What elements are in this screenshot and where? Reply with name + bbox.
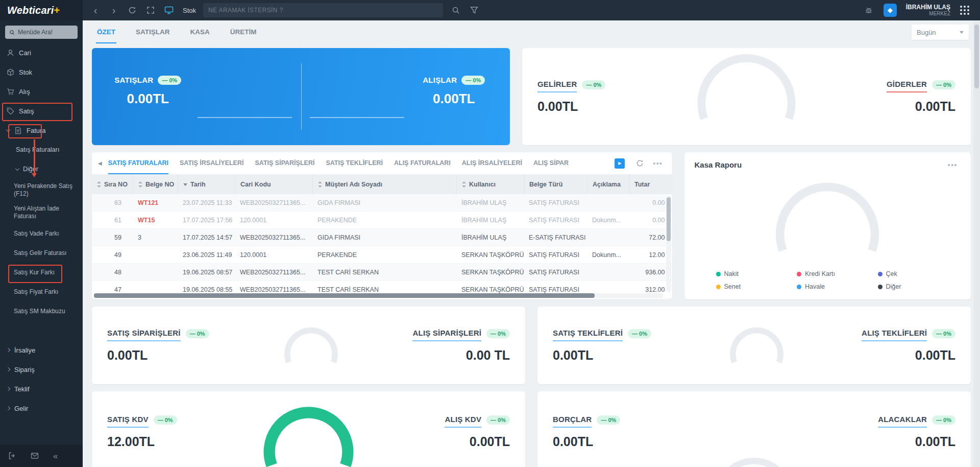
scrollbar-thumb[interactable] (974, 25, 979, 88)
chevron-right-icon (6, 387, 10, 391)
column-header-aciklama[interactable]: Açıklama (587, 175, 629, 194)
sidebar-item-label: İrsaliye (14, 346, 35, 354)
app-logo[interactable]: Webticari + (0, 0, 83, 20)
sidebar-item-stok[interactable]: Stok (0, 62, 83, 82)
monitor-button[interactable] (163, 5, 175, 16)
trend-flat-icon: — (601, 417, 606, 423)
grid-more-menu[interactable]: ••• (650, 159, 666, 168)
grid-tab-satis-siparisleri[interactable]: SATIŞ SİPARİŞLERİ (255, 152, 314, 174)
table-row[interactable]: 49 23.06.2025 11:49 120.0001 PERAKENDE S… (92, 246, 672, 264)
nav-forward-button[interactable]: › (108, 5, 119, 16)
sidebar-item-gelir[interactable]: Gelir (0, 399, 83, 418)
sidebar-search-input[interactable] (18, 29, 74, 36)
sidebar-item-fatura[interactable]: Fatura (0, 121, 83, 140)
refresh-button[interactable] (127, 5, 138, 16)
page-scrollbar[interactable] (973, 21, 980, 467)
apps-grid-button[interactable] (960, 5, 970, 15)
satis-kdv-metric: SATIŞ KDV —0% 12.00TL (107, 391, 184, 467)
metric-title: GİDERLER (887, 80, 927, 92)
legend-dot (797, 272, 801, 276)
logo-text: Webticari (7, 5, 54, 16)
borclar-metric: BORÇLAR —0% 0.00TL (553, 391, 629, 467)
sidebar-item-irsaliye[interactable]: İrsaliye (0, 340, 83, 360)
trend-flat-icon: — (158, 417, 163, 423)
sidebar-item-satis-kur-farki[interactable]: Satış Kur Farkı (0, 263, 83, 282)
sidebar-search[interactable] (5, 26, 78, 39)
date-range-select[interactable]: Bugün (912, 25, 969, 40)
global-search-input[interactable] (208, 7, 438, 14)
table-row[interactable]: 48 19.06.2025 08:57 WEB2025032711365... … (92, 264, 672, 281)
debug-button[interactable] (863, 5, 874, 16)
sidebar-item-satis[interactable]: Satış (0, 101, 83, 121)
metric-title: SATIŞLAR (114, 76, 153, 84)
column-header-musteri[interactable]: Müşteri Adı Soyadı (312, 175, 456, 194)
column-header-belge-no[interactable]: Belge NO (133, 175, 178, 194)
logout-icon[interactable] (8, 452, 16, 460)
app-switch-button[interactable]: ◆ (884, 4, 897, 17)
metric-value: 0.00TL (537, 99, 614, 114)
scrollbar-thumb[interactable] (94, 293, 595, 298)
column-header-tarih[interactable]: Tarih (178, 175, 235, 194)
column-header-belge-turu[interactable]: Belge Türü (524, 175, 587, 194)
sidebar-item-diger[interactable]: Diğer (0, 159, 83, 179)
sidebar-item-yeni-alistan-iade[interactable]: Yeni Alıştan İade Faturası (0, 201, 83, 224)
sidebar-item-yurt-disi-satis[interactable] (0, 321, 83, 340)
filter-button[interactable] (469, 5, 480, 16)
topbar-left: ‹ › Stok (90, 3, 480, 17)
kasa-more-menu[interactable]: ••• (945, 161, 961, 169)
tabs-scroll-left-button[interactable]: ◀ (98, 160, 102, 166)
column-header-tutar[interactable]: Tutar (629, 175, 672, 194)
sidebar-item-satis-sm-makbuzu[interactable]: Satış SM Makbuzu (0, 301, 83, 321)
alis-teklifleri-metric: ALIŞ TEKLİFLERİ —0% 0.00TL (862, 307, 955, 384)
global-search[interactable] (203, 3, 443, 17)
tab-kasa[interactable]: KASA (189, 21, 211, 43)
nav-back-button[interactable]: ‹ (90, 5, 101, 16)
card-borclar-alacaklar: BORÇLAR —0% 0.00TL ALACAKLAR —0% 0.00T (537, 391, 971, 467)
tabs-scroll-right-button[interactable]: ▶ (615, 158, 625, 169)
column-header-cari-kodu[interactable]: Cari Kodu (235, 175, 312, 194)
grid-tab-alis-siparisleri[interactable]: ALIŞ SİPAR (533, 152, 569, 174)
trend-badge: —0% (158, 76, 181, 85)
chevron-right-icon (6, 406, 10, 410)
tag-icon (7, 107, 14, 115)
column-header-sira-no[interactable]: Sıra NO (92, 175, 133, 194)
grid-vertical-scrollbar[interactable] (666, 196, 671, 292)
sort-icon (462, 181, 466, 188)
tab-uretim[interactable]: ÜRETİM (229, 21, 258, 43)
date-range-value: Bugün (917, 29, 936, 36)
sidebar-item-satis-gelir-faturasi[interactable]: Satış Gelir Faturası (0, 243, 83, 263)
table-row[interactable]: 61 WT15 17.07.2025 17:56 120.0001 PERAKE… (92, 212, 672, 229)
grid-tab-satis-teklifleri[interactable]: SATIŞ TEKLİFLERİ (326, 152, 383, 174)
user-menu[interactable]: İBRAHİM ULAŞ MERKEZ (906, 4, 950, 17)
sidebar-item-cari[interactable]: Cari (0, 43, 83, 62)
fullscreen-button[interactable] (145, 5, 156, 16)
trend-badge: —0% (461, 76, 485, 85)
legend-item-nakit: Nakit (716, 270, 797, 277)
table-row[interactable]: 59 3 17.07.2025 14:57 WEB2025032711365..… (92, 229, 672, 246)
mail-icon[interactable] (31, 452, 39, 460)
sidebar-item-alis[interactable]: Alış (0, 82, 83, 101)
grid-refresh-button[interactable] (636, 159, 644, 167)
collapse-sidebar-icon[interactable]: « (53, 452, 58, 460)
search-scope-label[interactable]: Stok (183, 7, 196, 14)
tab-satislar[interactable]: SATIŞLAR (135, 21, 171, 43)
card-kdv: SATIŞ KDV —0% 12.00TL ALIŞ KDV —0% 0.0 (92, 391, 525, 467)
table-row[interactable]: 63 WT121 23.07.2025 11:33 WEB20250327113… (92, 194, 672, 212)
sidebar-item-siparis[interactable]: Sipariş (0, 360, 83, 379)
grid-tab-satis-irsaliyeleri[interactable]: SATIŞ İRSALİYELERİ (180, 152, 243, 174)
search-button[interactable] (450, 5, 461, 16)
grid-horizontal-scrollbar[interactable] (94, 293, 663, 298)
grid-tab-alis-irsaliyeleri[interactable]: ALIŞ İRSALİYELERİ (462, 152, 522, 174)
legend-item-kredi-karti: Kredi Kartı (797, 270, 878, 277)
scrollbar-thumb[interactable] (667, 197, 671, 241)
tab-ozet[interactable]: ÖZET (96, 21, 116, 43)
sidebar-item-satis-faturalari[interactable]: Satış Faturaları (0, 140, 83, 159)
sidebar-item-satis-vade-farki[interactable]: Satış Vade Farkı (0, 224, 83, 243)
grid-tab-alis-faturalari[interactable]: ALIŞ FATURALARI (394, 152, 451, 174)
sidebar-item-yeni-perakende-satis[interactable]: Yeni Perakende Satış (F12) (0, 179, 83, 201)
column-header-kullanici[interactable]: Kullanıcı (456, 175, 524, 194)
sidebar-item-teklif[interactable]: Teklif (0, 379, 83, 399)
kasa-gauge-container (695, 176, 961, 261)
grid-tab-satis-faturalari[interactable]: SATIŞ FATURALARI (108, 152, 168, 174)
sidebar-item-satis-fiyat-farki[interactable]: Satış Fiyat Farkı (0, 282, 83, 301)
